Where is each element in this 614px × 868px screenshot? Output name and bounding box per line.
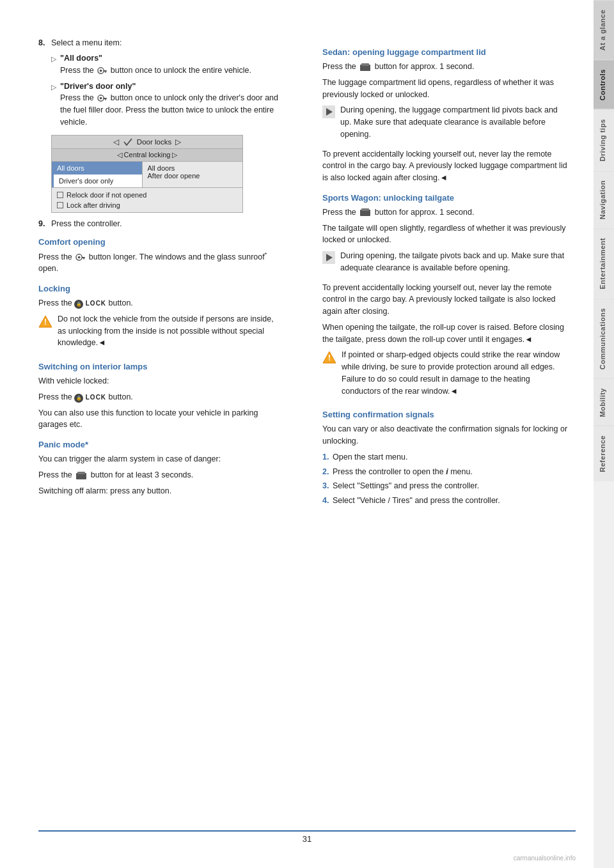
confirmation-steps-list: 1. Open the start menu. 2. Press the con… [322, 451, 568, 507]
step-text-1: Open the start menu. [333, 453, 407, 461]
page-number: 31 [303, 834, 311, 844]
interior-lamps-line1: Press the 🔒 LOCK button. [38, 391, 284, 403]
all-doors-body: Press the button once to unlock the enti… [60, 66, 251, 75]
sidebar-tab-entertainment[interactable]: Entertainment [594, 228, 614, 298]
svg-rect-7 [105, 99, 106, 100]
drivers-door-body: Press the button once to unlock only the… [60, 93, 278, 127]
drivers-door-title: "Driver's door only" [60, 81, 284, 93]
panic-mode-heading: Panic mode* [38, 440, 284, 449]
door-locks-right: All doors After door opene [143, 162, 243, 187]
sports-wagon-warning1: To prevent accidentally locking yourself… [322, 282, 568, 318]
svg-rect-2 [104, 70, 107, 72]
svg-rect-3 [105, 72, 106, 73]
page-bottom-bar: 31 [38, 830, 576, 844]
sidebar-tab-communications[interactable]: Communications [594, 298, 614, 378]
trunk-icon-2 [359, 208, 371, 217]
left-column: 8. Select a menu item: ▷ "All doors" Pre… [38, 38, 297, 830]
sidebar-tab-mobility[interactable]: Mobility [594, 378, 614, 426]
door-locks-title: ◁ Door locks ▷ [52, 136, 242, 149]
step-num-2: 2. [322, 466, 329, 478]
locking-warning: ! Do not lock the vehicle from the outsi… [38, 313, 284, 353]
svg-rect-6 [104, 98, 107, 99]
sidebar-tab-reference[interactable]: Reference [594, 426, 614, 481]
arrow-right-icon-1 [322, 105, 335, 118]
panic-mode-intro: You can trigger the alarm system in case… [38, 453, 284, 465]
step-8: 8. Select a menu item: [38, 38, 284, 47]
lock-button-inline: 🔒 [74, 300, 83, 309]
svg-rect-15 [77, 472, 85, 474]
door-locks-left: All doors Driver's door only [52, 162, 143, 187]
sports-wagon-heading: Sports Wagon: unlocking tailgate [322, 193, 568, 203]
door-locks-body: All doors Driver's door only All doors A… [52, 162, 242, 187]
checkbox-icon-2 [57, 202, 63, 208]
key-icon-2 [97, 93, 107, 103]
lock-after-driving-label: Lock after driving [67, 201, 120, 209]
sidebar-tab-controls[interactable]: Controls [594, 59, 614, 109]
door-locks-checkboxes: Relock door if not opened Lock after dri… [52, 187, 242, 212]
svg-point-5 [100, 97, 102, 100]
sedan-luggage-body: The luggage compartment lid opens, regar… [322, 77, 568, 101]
sidebar-tab-at-a-glance[interactable]: At a glance [594, 0, 614, 59]
arrow-icon-2: ▷ [51, 82, 56, 128]
drivers-door-option[interactable]: Driver's door only [52, 174, 142, 187]
key-icon-1 [97, 66, 107, 75]
sub-items: ▷ "All doors" Press the button once to u… [51, 52, 284, 128]
locking-text: Press the 🔒 LOCK button. [38, 297, 284, 309]
all-doors-option[interactable]: All doors [52, 162, 142, 174]
svg-text:!: ! [44, 318, 47, 327]
trunk-icon-inline [75, 471, 87, 480]
sedan-note: During opening, the luggage compartment … [322, 104, 568, 144]
warning-triangle-icon: ! [38, 314, 52, 329]
relock-label: Relock door if not opened [67, 191, 146, 199]
sedan-note-text: During opening, the luggage compartment … [340, 104, 568, 140]
page-container: 8. Select a menu item: ▷ "All doors" Pre… [0, 0, 614, 868]
right-option-2: After door opene [148, 172, 238, 180]
sidebar-tab-navigation[interactable]: Navigation [594, 171, 614, 228]
svg-point-1 [100, 70, 102, 72]
right-column: Sedan: opening luggage compartment lid P… [316, 38, 568, 830]
svg-rect-10 [82, 257, 86, 258]
sedan-warning: To prevent accidentally locking yourself… [322, 148, 568, 184]
sidebar: At a glance Controls Driving tips Naviga… [594, 0, 614, 868]
relock-checkbox[interactable]: Relock door if not opened [57, 190, 237, 200]
setting-confirmation-intro: You can vary or also deactivate the conf… [322, 423, 568, 447]
interior-lamps-line2: You can also use this function to locate… [38, 407, 284, 431]
step-num-3: 3. [322, 480, 329, 492]
watermark: carmanualsonline.info [514, 855, 576, 862]
comfort-opening-text: Press the button longer. The windows and… [38, 251, 284, 275]
sports-wagon-danger: ! If pointed or sharp-edged objects coul… [322, 349, 568, 401]
lock-after-driving-checkbox[interactable]: Lock after driving [57, 200, 237, 210]
sidebar-tab-driving-tips[interactable]: Driving tips [594, 109, 614, 171]
lock-text: LOCK [86, 300, 106, 307]
lock-text-2: LOCK [86, 394, 106, 401]
lock-circle-icon: 🔒 [74, 300, 83, 309]
svg-rect-11 [83, 258, 84, 260]
right-option-1: All doors [148, 164, 238, 172]
comfort-opening-heading: Comfort opening [38, 237, 284, 247]
svg-point-9 [78, 256, 81, 258]
panic-mode-line1: Press the button for at least 3 seconds. [38, 469, 284, 481]
sports-wagon-note: During opening, the tailgate pivots back… [322, 250, 568, 278]
svg-rect-21 [361, 208, 369, 211]
sub-item-drivers-door: ▷ "Driver's door only" Press the button … [51, 81, 284, 128]
interior-lamps-intro: With vehicle locked: [38, 375, 284, 387]
interior-lamps-heading: Switching on interior lamps [38, 362, 284, 371]
step-text-3: Select "Settings" and press the controll… [333, 481, 479, 490]
warning-triangle-icon-2: ! [322, 350, 336, 364]
sports-wagon-intro: Press the button for approx. 1 second. [322, 206, 568, 219]
step-9: 9. Press the controller. [38, 219, 284, 228]
step-9-number: 9. [38, 219, 45, 228]
step-num-1: 1. [322, 451, 329, 463]
arrow-icon-1: ▷ [51, 54, 56, 77]
checkbox-icon-1 [57, 192, 63, 198]
door-locks-ui: ◁ Door locks ▷ ◁ Central locking ▷ All d… [51, 135, 243, 213]
comfort-opening-section: Comfort opening Press the button longer.… [38, 237, 284, 275]
setting-confirmation-section: Setting confirmation signals You can var… [322, 410, 568, 507]
panic-mode-section: Panic mode* You can trigger the alarm sy… [38, 440, 284, 497]
interior-lamps-section: Switching on interior lamps With vehicle… [38, 362, 284, 431]
arrow-right-icon-2 [322, 251, 335, 264]
locking-heading: Locking [38, 284, 284, 293]
locking-warning-text: Do not lock the vehicle from the outside… [58, 313, 284, 349]
setting-confirmation-heading: Setting confirmation signals [322, 410, 568, 419]
sedan-luggage-intro: Press the button for approx. 1 second. [322, 61, 568, 73]
